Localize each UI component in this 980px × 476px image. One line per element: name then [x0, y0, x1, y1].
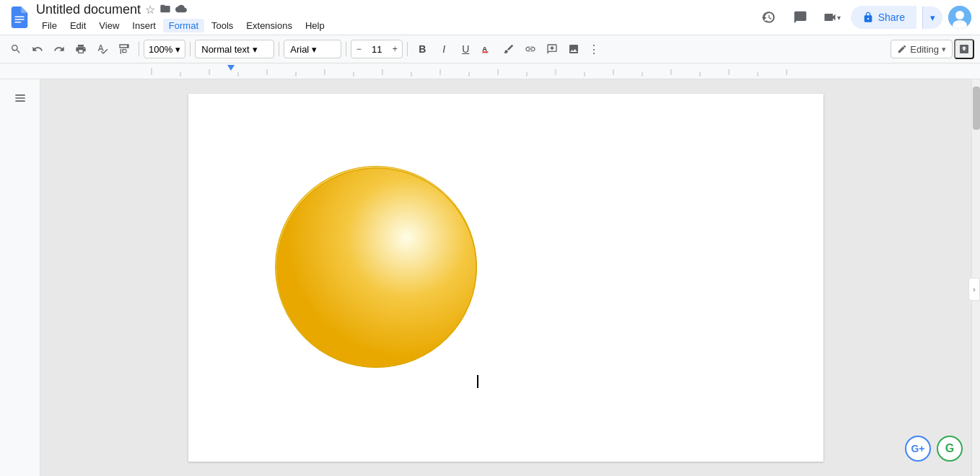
insert-comment-button[interactable] — [542, 39, 562, 59]
text-color-button[interactable]: A — [477, 39, 497, 59]
zoom-chevron-icon: ▾ — [175, 44, 180, 55]
svg-text:A: A — [483, 45, 488, 53]
menu-file[interactable]: File — [36, 19, 63, 32]
title-icons: ☆ — [145, 3, 187, 17]
text-style-selector[interactable]: Normal text ▾ — [195, 40, 274, 58]
font-size-control: − 11 + — [351, 40, 403, 58]
paint-format-button[interactable] — [114, 39, 134, 59]
spell-check-button[interactable] — [92, 39, 113, 59]
svg-rect-2 — [14, 22, 21, 23]
menu-format[interactable]: Format — [163, 19, 204, 32]
document-area[interactable] — [40, 79, 971, 476]
title-top: Untitled document ☆ — [36, 2, 750, 17]
docs-logo-icon — [9, 6, 30, 28]
left-sidebar — [0, 79, 40, 476]
undo-button[interactable] — [27, 39, 48, 59]
underline-button[interactable]: U — [455, 39, 476, 59]
svg-rect-1 — [14, 19, 25, 20]
circle-svg — [276, 167, 478, 369]
cloud-icon[interactable] — [175, 3, 187, 17]
ruler — [0, 63, 980, 79]
menu-view[interactable]: View — [93, 19, 125, 32]
bold-button[interactable]: B — [412, 39, 432, 59]
collapse-panel-button[interactable]: › — [968, 278, 980, 301]
menu-extensions[interactable]: Extensions — [240, 19, 298, 32]
title-bar: Untitled document ☆ File Edit View Inser… — [0, 0, 980, 35]
history-button[interactable] — [756, 4, 782, 30]
divider-3 — [279, 42, 279, 56]
share-button[interactable]: Share — [851, 6, 916, 29]
menu-insert[interactable]: Insert — [126, 19, 162, 32]
svg-point-4 — [955, 11, 964, 19]
redo-button[interactable] — [49, 39, 69, 59]
divider-5 — [407, 42, 408, 56]
divider-1 — [139, 42, 139, 56]
font-selector[interactable]: Arial ▾ — [284, 40, 341, 58]
zoom-selector[interactable]: 100% ▾ — [144, 40, 185, 58]
folder-icon[interactable] — [159, 3, 171, 17]
floating-buttons: G+ G — [905, 436, 963, 462]
circle-drawing[interactable] — [275, 166, 477, 368]
zoom-value: 100% — [149, 44, 172, 55]
meet-button[interactable]: ▾ — [819, 4, 845, 30]
title-section: Untitled document ☆ File Edit View Inser… — [36, 2, 750, 32]
menu-bar: File Edit View Insert Format Tools Exten… — [36, 19, 750, 32]
search-button[interactable] — [6, 39, 26, 59]
scrollbar-thumb[interactable] — [973, 87, 980, 130]
italic-button[interactable]: I — [434, 39, 454, 59]
grammarly-plus-label: G+ — [911, 443, 924, 454]
style-value: Normal text — [201, 44, 249, 55]
divider-4 — [346, 42, 346, 56]
menu-tools[interactable]: Tools — [206, 19, 239, 32]
editing-mode-button[interactable]: Editing ▾ — [891, 40, 953, 58]
header-right: ▾ Share ▾ — [756, 4, 971, 30]
highlight-button[interactable] — [499, 39, 519, 59]
divider-2 — [190, 42, 191, 56]
style-chevron-icon: ▾ — [253, 44, 258, 55]
menu-help[interactable]: Help — [299, 19, 331, 32]
share-label: Share — [878, 12, 905, 23]
decrease-font-button[interactable]: − — [351, 40, 366, 58]
toolbar: 100% ▾ Normal text ▾ Arial ▾ − 11 + B I … — [0, 35, 980, 63]
svg-rect-8 — [0, 63, 980, 79]
link-button[interactable] — [520, 39, 541, 59]
google-assistant-button[interactable]: G — [937, 436, 963, 462]
increase-font-button[interactable]: + — [388, 40, 402, 58]
print-button[interactable] — [71, 39, 91, 59]
comments-button[interactable] — [787, 4, 813, 30]
ruler-svg — [0, 63, 980, 79]
svg-rect-7 — [483, 51, 489, 53]
document-title[interactable]: Untitled document — [36, 2, 141, 17]
g-label: G — [945, 442, 954, 455]
text-cursor — [477, 375, 478, 388]
menu-edit[interactable]: Edit — [64, 19, 92, 32]
more-options-button[interactable]: ⋮ — [585, 43, 603, 56]
document-page — [188, 94, 823, 462]
insert-image-button[interactable] — [564, 39, 584, 59]
outline-toggle[interactable] — [9, 87, 32, 110]
scrollbar[interactable]: › — [971, 79, 980, 476]
svg-rect-0 — [14, 17, 25, 18]
main-area: › — [0, 79, 980, 476]
svg-point-33 — [277, 168, 476, 367]
expand-toolbar-button[interactable] — [954, 39, 974, 59]
grammarly-plus-button[interactable]: G+ — [905, 436, 931, 462]
share-dropdown-button[interactable]: ▾ — [922, 6, 942, 29]
font-value: Arial — [290, 44, 309, 55]
font-size-value[interactable]: 11 — [366, 44, 388, 55]
star-icon[interactable]: ☆ — [145, 3, 155, 17]
font-chevron-icon: ▾ — [312, 44, 317, 55]
document-content — [188, 94, 823, 180]
user-avatar[interactable] — [948, 6, 971, 29]
